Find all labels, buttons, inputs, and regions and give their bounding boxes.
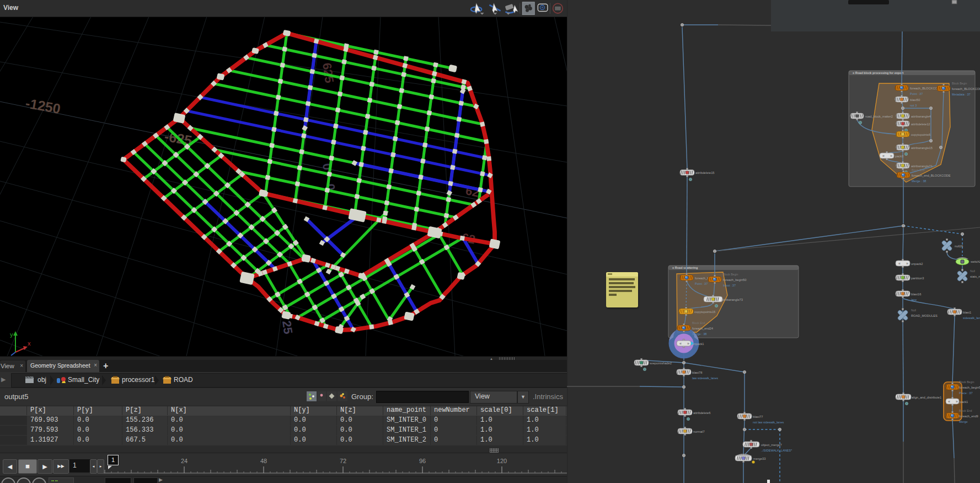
svg-text:Block Begin: Block Begin	[723, 273, 738, 276]
svg-text:attribwrangle4: attribwrangle4	[911, 115, 931, 118]
svg-text:blast78: blast78	[692, 371, 702, 374]
svg-text:not 3: not 3	[910, 104, 917, 107]
svg-text:foreach_begin50: foreach_begin50	[723, 278, 746, 282]
svg-text:align_and_distribute1: align_and_distribute1	[912, 396, 941, 399]
svg-text:switch2E: switch2E	[971, 260, 980, 263]
svg-text:pack3: pack3	[895, 155, 903, 158]
svg-text:blast1: blast1	[963, 311, 971, 314]
svg-text:copytopoints6: copytopoints6	[911, 133, 930, 136]
svg-text:«: «	[898, 262, 901, 266]
svg-text:Merge : 38: Merge : 38	[912, 179, 926, 183]
svg-text:attribdelete15: attribdelete15	[695, 171, 714, 174]
svg-text:pack1: pack1	[960, 400, 968, 404]
svg-text:blast16: blast16	[911, 293, 921, 296]
svg-text:foreach_end_BLOCKCODE: foreach_end_BLOCKCODE	[912, 174, 951, 177]
svg-text:≡ Road block processing for ex: ≡ Road block processing for export	[853, 71, 904, 75]
svg-text:not law sidewalk_lanes: not law sidewalk_lanes	[753, 421, 784, 424]
svg-text:blast77: blast77	[753, 415, 763, 418]
svg-text:attribdelete6: attribdelete6	[693, 411, 710, 415]
svg-text:Block Begin: Block Begin	[959, 380, 974, 384]
svg-text:attribdelete12: attribdelete12	[911, 123, 930, 126]
svg-text:72: 72	[340, 458, 346, 464]
svg-text:stats_nam: stats_nam	[970, 275, 980, 278]
svg-text:«: «	[882, 154, 885, 158]
svg-text:foreach_begin5: foreach_begin5	[959, 386, 980, 389]
svg-text:«: «	[948, 400, 950, 404]
svg-text:normal7: normal7	[693, 430, 705, 433]
svg-text:foreach_end24: foreach_end24	[692, 327, 713, 330]
svg-text:attribwrangle15: attribwrangle15	[911, 146, 933, 150]
svg-text:Block End: Block End	[912, 168, 924, 172]
svg-text:copytopoints15: copytopoints15	[694, 310, 715, 314]
svg-text:null26: null26	[955, 245, 963, 248]
svg-text:svepointshade2: svepointshade2	[650, 362, 672, 365]
svg-text:../SIDEWALK_LANES*: ../SIDEWALK_LANES*	[761, 449, 792, 452]
svg-text:Block End: Block End	[959, 409, 972, 412]
svg-text:lane: lane	[911, 298, 917, 301]
svg-text:sidewalk_lanes: sidewalk_lanes	[963, 316, 980, 320]
svg-text:ROAD_MODULES: ROAD_MODULES	[911, 314, 938, 317]
svg-text:48: 48	[260, 458, 267, 464]
svg-text:»: »	[687, 342, 689, 346]
svg-text:blast50: blast50	[910, 98, 920, 102]
svg-text:attribwrangle73: attribwrangle73	[721, 298, 743, 301]
svg-text:Point : 37: Point : 37	[695, 282, 708, 285]
svg-text:≡ Road scattering: ≡ Road scattering	[672, 266, 698, 269]
svg-text:96: 96	[419, 458, 426, 464]
svg-text:x: x	[28, 340, 31, 347]
svg-text:object_merge7: object_merge7	[761, 443, 782, 447]
svg-text:»: »	[890, 154, 892, 158]
svg-text:merge33: merge33	[753, 457, 765, 460]
svg-text:foreach_end9: foreach_end9	[959, 415, 978, 418]
svg-text:120: 120	[497, 458, 507, 464]
svg-text:25: 25	[280, 320, 295, 335]
svg-text:unpack1: unpack1	[692, 342, 704, 346]
svg-text:foreach_BLOCKCODE_met: foreach_BLOCKCODE_met	[952, 87, 980, 91]
svg-text:y: y	[10, 331, 13, 338]
svg-text:Piece : 37: Piece : 37	[959, 391, 972, 395]
svg-text:Null: Null	[911, 309, 916, 312]
svg-text:24: 24	[181, 458, 188, 464]
svg-text:Input : 37: Input : 37	[723, 284, 736, 287]
svg-text:»: »	[906, 262, 908, 266]
svg-text:road_block_maker2: road_block_maker2	[865, 115, 893, 118]
svg-text:Block End: Block End	[692, 321, 705, 325]
svg-text:law sidewalk_lanes: law sidewalk_lanes	[692, 376, 718, 380]
svg-text:partition3: partition3	[911, 277, 924, 280]
svg-text:attribwrangle71: attribwrangle71	[911, 164, 933, 168]
svg-text:Point : 37: Point : 37	[910, 92, 923, 95]
svg-text:Merge: Merge	[959, 420, 968, 423]
svg-text:Block Begin: Block Begin	[952, 82, 967, 85]
svg-text:Metadata : 37: Metadata : 37	[952, 93, 971, 96]
svg-text:«: «	[679, 342, 682, 346]
svg-text:unpack2: unpack2	[911, 262, 923, 266]
svg-text:Merge : 38: Merge : 38	[692, 332, 706, 336]
svg-text:»: »	[956, 400, 958, 404]
svg-text:Null: Null	[970, 269, 975, 273]
